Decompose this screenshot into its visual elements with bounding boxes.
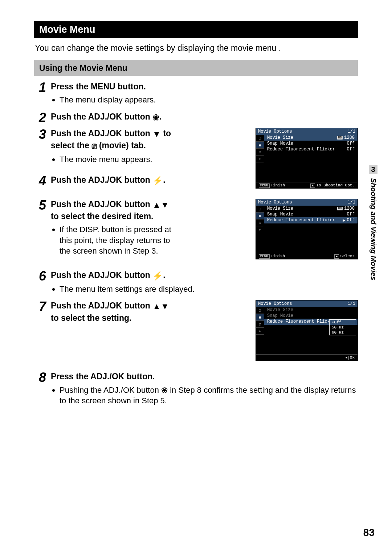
step-number: 2 — [34, 111, 51, 124]
text: Push the ADJ./OK button — [51, 175, 152, 185]
camera-tab-icon: ▢ — [256, 307, 264, 314]
menu-value: Off — [347, 147, 355, 152]
section-title: Movie Menu — [34, 21, 358, 38]
dropdown-option: •Off — [330, 320, 356, 325]
menu-label: Snap Movie — [267, 212, 293, 217]
menu-page: 1/1 — [347, 301, 355, 306]
step-number: 4 — [34, 174, 51, 187]
camera-tab-icon: ▢ — [256, 135, 264, 142]
flash-icon: ⚡ — [152, 176, 163, 185]
text: . — [163, 270, 165, 280]
chapter-tab-number: 3 — [369, 165, 377, 174]
step-4: 4 Push the ADJ./OK button ⚡. — [51, 174, 174, 187]
footer-ok: Ok — [350, 355, 355, 360]
step-heading: Push the ADJ./OK button ▲▼ to select the… — [51, 300, 174, 323]
camera-menu-screenshot-2: Movie Options1/1 ▢ ▣ ◎ ✚ Movie SizeHD128… — [256, 199, 358, 259]
step-number: 5 — [34, 199, 51, 266]
setup-tab-icon: ◎ — [256, 219, 264, 226]
step-heading: Press the ADJ./OK button. — [51, 371, 358, 382]
step-3: 3 Push the ADJ./OK button ▼ to select th… — [34, 128, 358, 195]
text: (movie) tab. — [97, 141, 146, 150]
text: Push the ADJ./OK button — [51, 199, 152, 209]
menu-tab-strip: ▢ ▣ ◎ ✚ — [256, 307, 264, 354]
step-bullet: If the DISP. button is pressed at this p… — [60, 224, 174, 257]
hd-badge: HD — [337, 136, 343, 140]
text: . — [159, 112, 162, 121]
macro-icon: ❀ — [152, 113, 159, 122]
menu-title: Movie Options — [258, 200, 292, 205]
step-number: 7 — [34, 300, 51, 367]
flash-icon: ⚡ — [152, 271, 163, 280]
right-triangle-icon: ▶ — [343, 218, 345, 223]
step-heading: Push the ADJ./OK button ❀. — [51, 111, 358, 123]
step-7: 7 Push the ADJ./OK button ▲▼ to select t… — [34, 300, 358, 367]
footer-finish: Finish — [271, 183, 285, 187]
subsection-title: Using the Movie Menu — [34, 60, 358, 76]
dropdown-option: 50 Hz — [330, 325, 356, 330]
tools-tab-icon: ✚ — [256, 226, 264, 233]
text: Pushing the ADJ./OK button — [60, 386, 161, 395]
updown-triangle-icon: ▲▼ — [152, 302, 169, 311]
updown-triangle-icon: ▲▼ — [152, 200, 169, 210]
text: to select the desired item. — [51, 211, 153, 221]
movie-tab-icon: ▣ — [256, 213, 264, 219]
text: Push the ADJ./OK button — [51, 129, 152, 138]
step-bullet: The movie menu appears. — [60, 154, 174, 165]
step-6: 6 Push the ADJ./OK button ⚡. The menu it… — [34, 270, 358, 297]
movie-tab-icon: ▣ — [256, 314, 264, 321]
up-triangle-icon: ▲ — [310, 183, 315, 188]
page-number: 83 — [363, 527, 375, 538]
menu-value: Off — [347, 141, 355, 146]
step-heading: Push the ADJ./OK button ⚡. — [51, 174, 174, 186]
menu-page: 1/1 — [347, 200, 355, 205]
macro-icon: ❀ — [161, 386, 168, 395]
setup-tab-icon: ◎ — [256, 321, 264, 328]
menu-tab-strip: ▢ ▣ ◎ ✚ — [256, 135, 264, 182]
menu-title: Movie Options — [258, 129, 292, 134]
menu-label: Snap Movie — [267, 141, 293, 146]
menu-label: Snap Movie — [267, 313, 293, 318]
step-1: 1 Press the MENU button. The menu displa… — [34, 81, 358, 108]
text: Push the ADJ./OK button — [51, 301, 152, 310]
menu-label: Reduce Fluorescent Flicker — [267, 147, 335, 152]
menu-row-flicker: Reduce Fluorescent FlickerOff — [264, 146, 358, 152]
text: to select the setting. — [51, 313, 131, 323]
chapter-side-label: Shooting and Viewing Movies — [369, 178, 377, 280]
intro-text: You can change the movie settings by dis… — [35, 43, 357, 53]
step-bullet: Pushing the ADJ./OK button ❀ in Step 8 c… — [60, 385, 358, 406]
menu-label: Reduce Fluorescent Flicker — [267, 319, 335, 324]
menu-label: Movie Size — [267, 135, 293, 140]
step-number: 1 — [34, 81, 51, 108]
menu-tab-strip: ▢ ▣ ◎ ✚ — [256, 206, 264, 253]
menu-value: Off — [347, 212, 355, 217]
camera-tab-icon: ▢ — [256, 206, 264, 213]
menu-row-snap-movie: Snap Movie — [264, 313, 358, 319]
tools-tab-icon: ✚ — [256, 156, 264, 162]
menu-button-label: MENU — [259, 254, 270, 259]
setup-tab-icon: ◎ — [256, 149, 264, 156]
menu-label: Movie Size — [267, 307, 293, 312]
options-dropdown: •Off 50 Hz 60 Hz — [329, 319, 356, 335]
step-5: 5 Push the ADJ./OK button ▲▼ to select t… — [34, 199, 358, 266]
step-heading: Push the ADJ./OK button ⚡. — [51, 270, 358, 282]
menu-button-label: MENU — [259, 183, 270, 188]
camera-menu-screenshot-3: Movie Options1/1 ▢ ▣ ◎ ✚ Movie Size Snap… — [256, 300, 358, 361]
menu-row-flicker: Reduce Fluorescent Flicker▶Off — [264, 217, 358, 223]
step-bullet: The menu item settings are displayed. — [60, 284, 358, 295]
menu-page: 1/1 — [347, 129, 355, 134]
text: Push the ADJ./OK button — [51, 270, 152, 280]
hd-badge: HD — [337, 207, 343, 210]
steps-list: 1 Press the MENU button. The menu displa… — [34, 81, 358, 408]
footer-select: Select — [340, 254, 355, 258]
menu-value: 1280 — [344, 135, 355, 140]
menu-row-movie-size: Movie SizeHD1280 — [264, 206, 358, 211]
down-triangle-icon: ▼ — [152, 129, 161, 139]
text: Push the ADJ./OK button — [51, 112, 152, 121]
right-triangle-icon: ▶ — [334, 254, 339, 259]
step-8: 8 Press the ADJ./OK button. Pushing the … — [34, 371, 358, 408]
footer-finish: Finish — [271, 254, 285, 258]
step-heading: Push the ADJ./OK button ▼ to select the … — [51, 128, 174, 152]
step-heading: Press the MENU button. — [51, 81, 358, 92]
step-heading: Push the ADJ./OK button ▲▼ to select the… — [51, 199, 174, 222]
menu-row-snap-movie: Snap MovieOff — [264, 141, 358, 146]
